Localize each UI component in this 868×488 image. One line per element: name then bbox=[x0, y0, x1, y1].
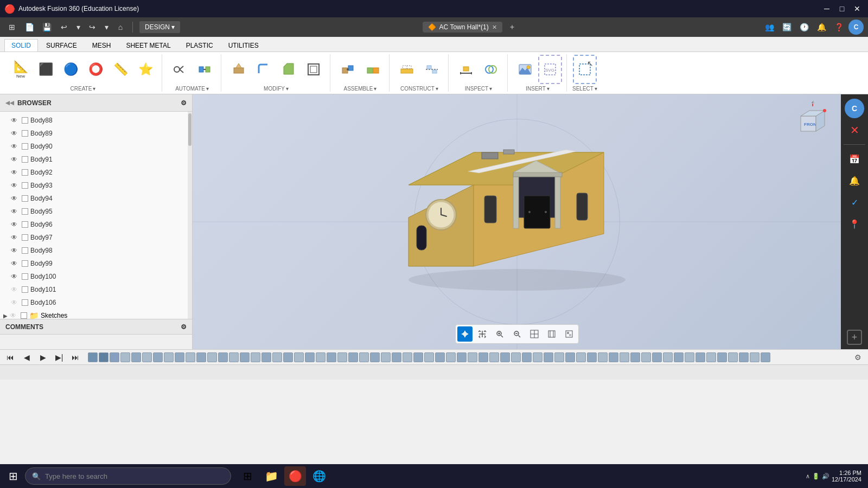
revolve-button[interactable]: 🔵 bbox=[59, 55, 82, 84]
visibility-icon[interactable]: 👁 bbox=[11, 260, 20, 267]
visibility-icon-hidden[interactable]: 👁 bbox=[11, 299, 20, 306]
timeline-step[interactable] bbox=[305, 352, 315, 362]
timeline-step[interactable] bbox=[196, 352, 206, 362]
timeline-step[interactable] bbox=[251, 352, 260, 362]
timeline-step[interactable] bbox=[674, 352, 684, 362]
checkbox[interactable] bbox=[22, 273, 28, 280]
timeline-step[interactable] bbox=[587, 352, 597, 362]
timeline-step[interactable] bbox=[370, 352, 380, 362]
timeline-step[interactable] bbox=[272, 352, 282, 362]
timeline-step[interactable] bbox=[153, 352, 163, 362]
taskbar-search[interactable]: 🔍 Type here to search bbox=[25, 467, 231, 485]
modify-label[interactable]: MODIFY▾ bbox=[264, 86, 289, 92]
list-item[interactable]: 👁 Body92 bbox=[0, 166, 192, 179]
sweep-button[interactable]: ⭕ bbox=[84, 55, 107, 84]
timeline-step[interactable] bbox=[641, 352, 651, 362]
automate-label[interactable]: AUTOMATE▾ bbox=[175, 86, 209, 92]
timeline-track[interactable] bbox=[86, 350, 847, 365]
visibility-icon[interactable]: 👁 bbox=[11, 169, 20, 176]
sketches-item[interactable]: ▶ 👁 📁 Sketches bbox=[0, 309, 192, 319]
midplane-button[interactable] bbox=[420, 55, 444, 84]
list-item[interactable]: 👁 Body99 bbox=[0, 257, 192, 270]
visibility-icon[interactable]: 👁 bbox=[11, 143, 20, 150]
timeline-step[interactable] bbox=[576, 352, 586, 362]
timeline-step[interactable] bbox=[164, 352, 174, 362]
timeline-step[interactable] bbox=[359, 352, 369, 362]
timeline-step[interactable] bbox=[489, 352, 499, 362]
start-button[interactable]: ⊞ bbox=[2, 466, 24, 486]
timeline-step[interactable] bbox=[620, 352, 629, 362]
explorer-button[interactable]: 📁 bbox=[260, 466, 282, 486]
display-button[interactable] bbox=[544, 326, 559, 342]
extrude-button[interactable]: ⬛ bbox=[34, 55, 58, 84]
visibility-icon[interactable]: 👁 bbox=[11, 130, 20, 137]
visibility-icon[interactable]: 👁 bbox=[11, 182, 20, 189]
tab-solid[interactable]: SOLID bbox=[4, 39, 38, 52]
chamfer-button[interactable] bbox=[277, 55, 301, 84]
timeline-step[interactable] bbox=[728, 352, 738, 362]
checkbox[interactable] bbox=[22, 221, 28, 228]
timeline-step[interactable] bbox=[99, 352, 108, 362]
visibility-icon-hidden[interactable]: 👁 bbox=[11, 286, 20, 293]
joint-button[interactable] bbox=[336, 55, 360, 84]
timeline-step[interactable] bbox=[554, 352, 564, 362]
timeline-step[interactable] bbox=[695, 352, 705, 362]
timeline-step[interactable] bbox=[544, 352, 553, 362]
visibility-icon[interactable]: 👁 bbox=[11, 208, 20, 215]
fillet-button[interactable] bbox=[252, 55, 276, 84]
list-item[interactable]: 👁 Body100 bbox=[0, 270, 192, 283]
timeline-step[interactable] bbox=[283, 352, 293, 362]
tab-surface[interactable]: SURFACE bbox=[39, 39, 84, 52]
list-item[interactable]: 👁 Body98 bbox=[0, 244, 192, 257]
timeline-step[interactable] bbox=[435, 352, 445, 362]
close-button[interactable]: ✕ bbox=[851, 3, 864, 14]
checkbox[interactable] bbox=[22, 286, 28, 293]
list-item[interactable]: 👁 Body95 bbox=[0, 205, 192, 218]
timeline-next-button[interactable]: ▶| bbox=[53, 351, 65, 363]
visibility-icon[interactable]: 👁 bbox=[11, 156, 20, 163]
user-avatar[interactable]: C bbox=[848, 20, 864, 35]
timeline-step[interactable] bbox=[186, 352, 195, 362]
list-item[interactable]: 👁 Body93 bbox=[0, 179, 192, 192]
checkbox[interactable] bbox=[22, 130, 28, 137]
timeline-step[interactable] bbox=[261, 352, 271, 362]
timeline-step[interactable] bbox=[533, 352, 542, 362]
list-item[interactable]: 👁 Body89 bbox=[0, 127, 192, 140]
visibility-icon[interactable]: 👁 bbox=[11, 273, 20, 280]
timeline-step[interactable] bbox=[381, 352, 391, 362]
timeline-step[interactable] bbox=[392, 352, 401, 362]
timeline-step[interactable] bbox=[761, 352, 770, 362]
home-button[interactable]: ⌂ bbox=[113, 20, 128, 35]
volume-icon[interactable]: 🔊 bbox=[822, 473, 829, 480]
insert-image-button[interactable] bbox=[513, 55, 537, 84]
checkmark-button[interactable]: ✓ bbox=[845, 192, 864, 212]
active-tab[interactable]: 🔶 AC Town Hall*(1) ✕ bbox=[423, 22, 502, 33]
tab-utilities[interactable]: UTILITIES bbox=[221, 39, 266, 52]
timeline-prev-button[interactable]: ◀ bbox=[21, 351, 33, 363]
panel-close-button[interactable]: ✕ bbox=[845, 120, 864, 140]
add-button[interactable]: + bbox=[847, 330, 862, 345]
timeline-step[interactable] bbox=[652, 352, 662, 362]
new-tab-button[interactable]: ＋ bbox=[505, 20, 520, 35]
list-item[interactable]: 👁 Body96 bbox=[0, 218, 192, 231]
fusion360-taskbar-button[interactable]: 🔴 bbox=[284, 466, 306, 486]
redo-button[interactable]: ↪ bbox=[85, 20, 100, 35]
create-label[interactable]: CREATE▾ bbox=[71, 86, 96, 92]
list-item[interactable]: 👁 Body101 bbox=[0, 283, 192, 296]
timeline-step[interactable] bbox=[348, 352, 358, 362]
user-avatar-right[interactable]: C bbox=[845, 99, 864, 118]
timeline-first-button[interactable]: ⏮ bbox=[4, 351, 16, 363]
insert-label[interactable]: INSERT▾ bbox=[526, 86, 550, 92]
timeline-step[interactable] bbox=[120, 352, 130, 362]
notification-button[interactable]: 🔔 bbox=[845, 171, 864, 190]
timeline-step[interactable] bbox=[240, 352, 250, 362]
checkbox[interactable] bbox=[22, 234, 28, 241]
list-item[interactable]: 👁 Body94 bbox=[0, 192, 192, 205]
timeline-step[interactable] bbox=[175, 352, 184, 362]
sidebar-scrollbar[interactable] bbox=[188, 112, 192, 319]
viewport[interactable]: Z FRONT bbox=[193, 94, 841, 349]
timeline-step[interactable] bbox=[609, 352, 618, 362]
select-label[interactable]: SELECT▾ bbox=[572, 86, 597, 92]
sketches-visibility-icon[interactable]: 👁 bbox=[10, 312, 18, 319]
calendar-button[interactable]: 📅 bbox=[845, 149, 864, 169]
